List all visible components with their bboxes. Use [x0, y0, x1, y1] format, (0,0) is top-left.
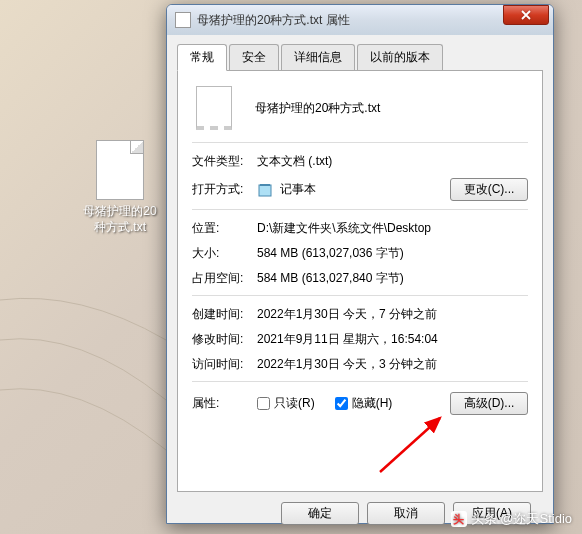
readonly-checkbox-group[interactable]: 只读(R) — [257, 395, 315, 412]
tab-details[interactable]: 详细信息 — [281, 44, 355, 70]
label-modified: 修改时间: — [192, 331, 257, 348]
label-accessed: 访问时间: — [192, 356, 257, 373]
separator — [192, 295, 528, 296]
value-file-type: 文本文档 (.txt) — [257, 153, 528, 170]
separator — [192, 209, 528, 210]
tab-strip: 常规 安全 详细信息 以前的版本 — [177, 44, 543, 71]
readonly-label: 只读(R) — [274, 395, 315, 412]
watermark-logo-icon: 头 — [451, 511, 467, 527]
tab-general[interactable]: 常规 — [177, 44, 227, 71]
hidden-label: 隐藏(H) — [352, 395, 393, 412]
titlebar[interactable]: 母猪护理的20种方式.txt 属性 — [167, 5, 553, 35]
label-location: 位置: — [192, 220, 257, 237]
tab-security[interactable]: 安全 — [229, 44, 279, 70]
notepad-icon — [257, 182, 273, 198]
hidden-checkbox-group[interactable]: 隐藏(H) — [335, 395, 393, 412]
value-open-with: 记事本 — [257, 181, 450, 198]
filename-input[interactable] — [250, 98, 528, 118]
label-open-with: 打开方式: — [192, 181, 257, 198]
value-created: 2022年1月30日 今天，7 分钟之前 — [257, 306, 528, 323]
desktop-file-label: 母猪护理的20种方式.txt — [80, 204, 160, 235]
titlebar-file-icon — [175, 12, 191, 28]
separator — [192, 381, 528, 382]
value-size: 584 MB (613,027,036 字节) — [257, 245, 528, 262]
label-created: 创建时间: — [192, 306, 257, 323]
separator — [192, 142, 528, 143]
value-accessed: 2022年1月30日 今天，3 分钟之前 — [257, 356, 528, 373]
label-size: 大小: — [192, 245, 257, 262]
open-with-app-name: 记事本 — [280, 182, 316, 196]
desktop-file-icon[interactable]: 母猪护理的20种方式.txt — [80, 140, 160, 235]
readonly-checkbox[interactable] — [257, 397, 270, 410]
watermark: 头 头条 @迩天Stidio — [451, 510, 572, 528]
label-size-on-disk: 占用空间: — [192, 270, 257, 287]
value-modified: 2021年9月11日 星期六，16:54:04 — [257, 331, 528, 348]
hidden-checkbox[interactable] — [335, 397, 348, 410]
label-file-type: 文件类型: — [192, 153, 257, 170]
tab-previous-versions[interactable]: 以前的版本 — [357, 44, 443, 70]
close-button[interactable] — [503, 5, 549, 25]
label-attributes: 属性: — [192, 395, 257, 412]
close-icon — [520, 10, 532, 20]
value-size-on-disk: 584 MB (613,027,840 字节) — [257, 270, 528, 287]
general-panel: 文件类型: 文本文档 (.txt) 打开方式: 记事本 更改(C)... 位置:… — [177, 70, 543, 492]
ok-button[interactable]: 确定 — [281, 502, 359, 525]
window-title: 母猪护理的20种方式.txt 属性 — [197, 12, 503, 29]
properties-window: 母猪护理的20种方式.txt 属性 常规 安全 详细信息 以前的版本 文件类型:… — [166, 4, 554, 524]
advanced-button[interactable]: 高级(D)... — [450, 392, 528, 415]
text-file-icon — [96, 140, 144, 200]
svg-rect-0 — [259, 185, 271, 196]
change-button[interactable]: 更改(C)... — [450, 178, 528, 201]
watermark-text: 头条 @迩天Stidio — [471, 510, 572, 528]
file-type-icon — [196, 86, 232, 130]
value-location: D:\新建文件夹\系统文件\Desktop — [257, 220, 528, 237]
cancel-button[interactable]: 取消 — [367, 502, 445, 525]
